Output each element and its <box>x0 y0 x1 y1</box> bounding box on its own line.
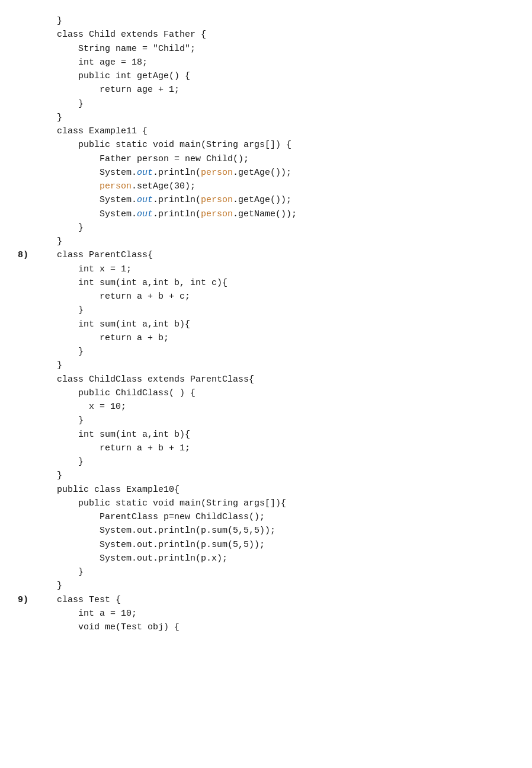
line-number: 8) <box>0 248 36 262</box>
code-segment-italic-blue: out <box>137 168 153 178</box>
code-segment: } <box>36 305 84 315</box>
code-segment: System. <box>36 209 137 219</box>
code-line: return a + b + c; <box>0 290 532 303</box>
code-segment: int sum(int a,int b){ <box>36 319 190 329</box>
code-segment-orange: person <box>201 209 233 219</box>
line-text: x = 10; <box>36 400 532 414</box>
line-text: class Example11 { <box>36 124 532 138</box>
code-line: } <box>0 455 532 469</box>
line-text: } <box>36 359 532 372</box>
code-segment: .setAge(30); <box>132 181 196 191</box>
code-line: } <box>0 565 532 579</box>
line-text: } <box>36 111 532 124</box>
code-segment: ParentClass p=new ChildClass(); <box>36 512 265 522</box>
line-text: System.out.println(p.sum(5,5,5)); <box>36 524 532 537</box>
code-segment: } <box>36 113 62 123</box>
line-text: } <box>36 14 532 28</box>
line-text: void me(Test obj) { <box>36 620 532 634</box>
line-text: int a = 10; <box>36 607 532 620</box>
code-segment: class ParentClass{ <box>36 250 153 260</box>
code-line: int sum(int a,int b){ <box>0 318 532 331</box>
code-segment: int sum(int a,int b, int c){ <box>36 278 227 288</box>
code-line: System.out.println(person.getName()); <box>0 207 532 221</box>
code-line: System.out.println(p.sum(5,5,5)); <box>0 524 532 537</box>
code-line: public int getAge() { <box>0 69 532 83</box>
line-text: } <box>36 469 532 482</box>
code-segment: System. <box>36 195 137 205</box>
line-text: } <box>36 565 532 579</box>
code-line: return a + b; <box>0 331 532 345</box>
code-segment: String name = "Child"; <box>36 44 196 54</box>
code-segment: .getAge()); <box>233 195 291 205</box>
code-segment-orange: person <box>201 168 233 178</box>
code-line: } <box>0 579 532 593</box>
line-text: } <box>36 579 532 593</box>
line-text: System.out.println(p.x); <box>36 552 532 565</box>
code-line: person.setAge(30); <box>0 180 532 193</box>
code-line: public static void main(String args[]) { <box>0 138 532 152</box>
line-text: System.out.println(p.sum(5,5)); <box>36 538 532 552</box>
line-text: person.setAge(30); <box>36 180 532 193</box>
line-text: int sum(int a,int b){ <box>36 318 532 331</box>
line-text: public ChildClass( ) { <box>36 386 532 400</box>
code-line: class Child extends Father { <box>0 28 532 41</box>
line-text: System.out.println(person.getAge()); <box>36 193 532 207</box>
code-segment: public class Example10{ <box>36 485 180 495</box>
code-line: public ChildClass( ) { <box>0 386 532 400</box>
code-segment: class Example11 { <box>36 126 148 136</box>
code-line: ParentClass p=new ChildClass(); <box>0 510 532 524</box>
code-line: void me(Test obj) { <box>0 620 532 634</box>
code-segment: } <box>36 581 62 591</box>
code-line: String name = "Child"; <box>0 42 532 56</box>
code-line: } <box>0 221 532 235</box>
code-segment: int x = 1; <box>36 264 132 274</box>
code-line: } <box>0 414 532 427</box>
code-line: int x = 1; <box>0 263 532 276</box>
line-text: public static void main(String args[]) { <box>36 138 532 152</box>
line-text: return a + b + 1; <box>36 441 532 455</box>
code-segment: class Child extends Father { <box>36 30 206 40</box>
line-text: return a + b; <box>36 331 532 345</box>
code-segment: } <box>36 99 84 109</box>
code-segment: System.out.println(p.x); <box>36 553 227 564</box>
code-line: } <box>0 235 532 248</box>
code-line: 8) class ParentClass{ <box>0 248 532 262</box>
code-line: x = 10; <box>0 400 532 414</box>
code-line: System.out.println(person.getAge()); <box>0 166 532 180</box>
code-line: System.out.println(p.sum(5,5)); <box>0 538 532 552</box>
code-segment: int a = 10; <box>36 609 137 619</box>
code-line: } <box>0 359 532 372</box>
code-segment: int age = 18; <box>36 57 148 68</box>
line-text: } <box>36 221 532 235</box>
code-segment: } <box>36 471 62 481</box>
code-segment: public ChildClass( ) { <box>36 388 196 398</box>
line-text: } <box>36 97 532 111</box>
code-line: Father person = new Child(); <box>0 152 532 166</box>
line-text: } <box>36 414 532 427</box>
code-segment: .getAge()); <box>233 168 291 178</box>
line-text: class ChildClass extends ParentClass{ <box>36 373 532 386</box>
code-segment: return age + 1; <box>36 85 180 95</box>
code-line: } <box>0 469 532 482</box>
code-segment: System. <box>36 168 137 178</box>
code-segment: public int getAge() { <box>36 71 190 81</box>
code-segment: } <box>36 223 84 233</box>
line-number: 9) <box>0 593 36 607</box>
line-text: int x = 1; <box>36 263 532 276</box>
code-segment: return a + b + 1; <box>36 443 190 453</box>
code-segment-orange: person <box>100 181 132 191</box>
code-segment: } <box>36 236 62 247</box>
line-text: } <box>36 345 532 359</box>
line-text: ParentClass p=new ChildClass(); <box>36 510 532 524</box>
code-line: public static void main(String args[]){ <box>0 497 532 510</box>
code-line: public class Example10{ <box>0 483 532 497</box>
code-segment: x = 10; <box>36 402 126 412</box>
line-text: int age = 18; <box>36 56 532 69</box>
code-segment: return a + b; <box>36 333 169 343</box>
code-segment: int sum(int a,int b){ <box>36 430 190 440</box>
code-line: int sum(int a,int b){ <box>0 428 532 441</box>
code-segment-italic-blue: out <box>137 209 153 219</box>
code-line: } <box>0 97 532 111</box>
line-text: System.out.println(person.getAge()); <box>36 166 532 180</box>
line-text: public int getAge() { <box>36 69 532 83</box>
